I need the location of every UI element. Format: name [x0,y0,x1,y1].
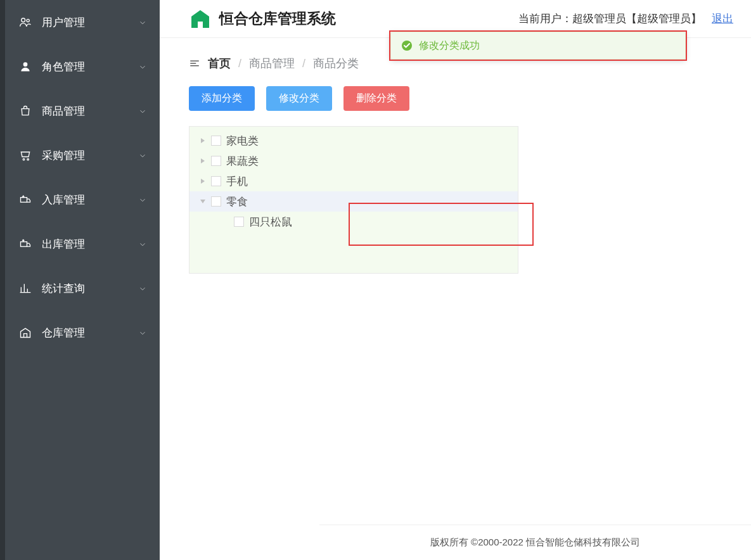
add-category-button[interactable]: 添加分类 [189,86,255,111]
user-icon [19,60,32,73]
footer: 版权所有 ©2000-2022 恒合智能仓储科技有限公司 [319,525,751,560]
current-user: 当前用户：超级管理员【超级管理员】 [518,11,702,26]
users-icon [19,16,32,29]
svg-rect-6 [21,242,27,247]
inbound-icon [19,193,32,206]
chevron-down-icon [138,195,147,204]
sidebar-item-stats[interactable]: 统计查询 [0,266,160,310]
breadcrumb-home[interactable]: 首页 [208,56,231,71]
sidebar-item-label: 出库管理 [42,237,85,251]
svg-rect-5 [21,198,27,203]
tree-node[interactable]: 果蔬类 [189,151,518,171]
sidebar-item-users[interactable]: 用户管理 [0,0,160,44]
tree-node-label: 家电类 [226,134,259,148]
sidebar-item-label: 角色管理 [42,60,85,74]
sidebar-item-label: 商品管理 [42,104,85,118]
breadcrumb-item[interactable]: 商品管理 [249,56,295,71]
breadcrumb-item[interactable]: 商品分类 [313,56,359,71]
warehouse-icon [19,326,32,339]
toast-message: 修改分类成功 [419,39,480,53]
caret-right-icon[interactable] [200,158,206,164]
caret-right-icon[interactable] [200,137,206,144]
chevron-down-icon [138,18,147,27]
delete-category-button[interactable]: 删除分类 [343,86,409,111]
tree-node-label: 零食 [226,194,248,209]
breadcrumb-separator: / [238,57,241,70]
success-icon [401,40,413,51]
brand: 恒合仓库管理系统 [189,8,336,30]
tree-node-label: 果蔬类 [226,154,259,169]
breadcrumb-separator: / [302,57,305,70]
checkbox[interactable] [211,136,221,146]
tree-node[interactable]: 零食 [189,191,518,212]
category-tree: 家电类 果蔬类 手机 零食 四只松鼠 [189,126,518,274]
sidebar-item-inbound[interactable]: 入库管理 [0,177,160,222]
chevron-down-icon [138,284,147,293]
chevron-down-icon [138,106,147,115]
sidebar-item-outbound[interactable]: 出库管理 [0,222,160,266]
tree-node[interactable]: 手机 [189,171,518,191]
menu-toggle-icon[interactable] [189,58,200,69]
svg-marker-13 [201,179,205,184]
cart-icon [19,149,32,162]
checkbox[interactable] [234,217,244,227]
svg-point-3 [23,158,25,160]
checkbox[interactable] [211,176,221,186]
header-right: 当前用户：超级管理员【超级管理员】 退出 [518,11,733,26]
logo-icon [189,8,212,30]
chevron-down-icon [138,62,147,71]
svg-point-1 [27,19,29,22]
svg-point-0 [22,18,25,22]
sidebar-item-label: 用户管理 [42,15,85,30]
caret-right-icon[interactable] [200,178,206,184]
caret-down-icon[interactable] [200,198,206,205]
sidebar-item-label: 仓库管理 [42,326,85,340]
sidebar-item-label: 统计查询 [42,281,85,296]
chevron-down-icon [138,151,147,160]
chart-icon [19,282,32,295]
svg-marker-11 [201,138,205,143]
logout-link[interactable]: 退出 [712,11,733,26]
chevron-down-icon [138,239,147,248]
bag-icon [19,105,32,117]
tree-node-label: 四只松鼠 [249,215,292,229]
tree-node[interactable]: 家电类 [189,130,518,151]
svg-rect-7 [198,22,203,28]
svg-marker-12 [201,158,205,163]
sidebar-item-purchase[interactable]: 采购管理 [0,133,160,177]
action-bar: 添加分类 修改分类 删除分类 [160,82,751,126]
sidebar-item-products[interactable]: 商品管理 [0,89,160,133]
svg-point-2 [23,62,28,67]
svg-marker-14 [200,200,205,203]
checkbox[interactable] [211,196,221,207]
footer-text: 版权所有 ©2000-2022 恒合智能仓储科技有限公司 [430,537,640,549]
main: 恒合仓库管理系统 当前用户：超级管理员【超级管理员】 退出 首页 / 商品管理 … [160,0,751,560]
success-toast: 修改分类成功 [390,32,686,60]
chevron-down-icon [138,328,147,337]
sidebar-item-label: 采购管理 [42,148,85,163]
sidebar-edge [0,0,5,560]
outbound-icon [19,238,32,250]
tree-node-label: 手机 [226,174,248,189]
sidebar-item-label: 入库管理 [42,193,85,207]
sidebar-item-warehouse[interactable]: 仓库管理 [0,310,160,355]
tree-child-node[interactable]: 四只松鼠 [189,212,518,232]
svg-point-4 [27,158,29,160]
app-title: 恒合仓库管理系统 [219,9,336,29]
sidebar: 用户管理 角色管理 商品管理 采购管理 [0,0,160,560]
checkbox[interactable] [211,156,221,166]
sidebar-item-roles[interactable]: 角色管理 [0,44,160,89]
edit-category-button[interactable]: 修改分类 [266,86,332,111]
